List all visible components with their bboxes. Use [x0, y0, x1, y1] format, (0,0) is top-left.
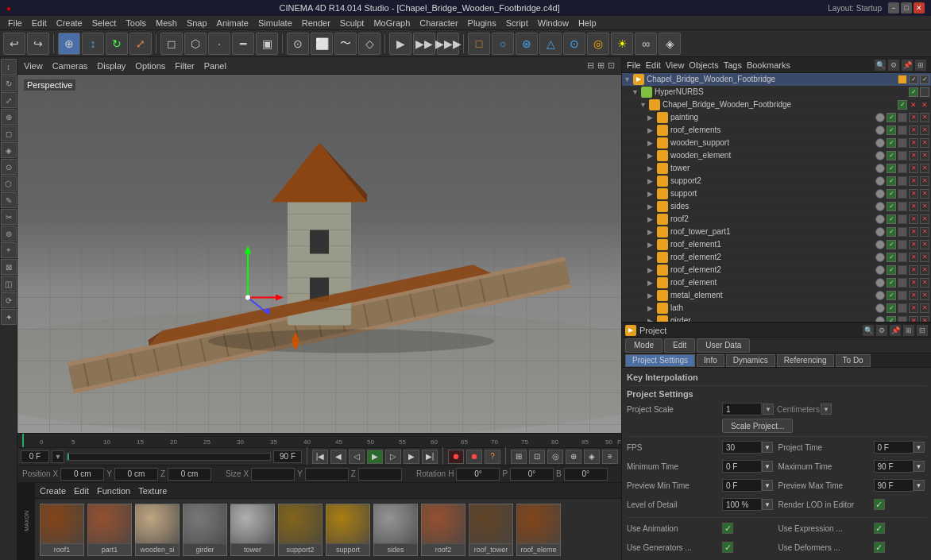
position-y[interactable]: 0 cm	[114, 468, 158, 481]
position-x[interactable]: 0 cm	[60, 468, 104, 481]
viewport-icon-2[interactable]: ⊞	[597, 60, 605, 71]
subtab-dynamics[interactable]: Dynamics	[726, 354, 775, 367]
expand-icon-2[interactable]: ▼	[632, 88, 641, 96]
use-expr-checkbox[interactable]: ✓	[874, 523, 885, 534]
om-menu-tags[interactable]: Tags	[724, 60, 742, 70]
obj-row-roof_element2[interactable]: ▶ roof_element2 ✓ ✕ ✕	[622, 264, 931, 276]
obj-cross-support2[interactable]: ✕	[909, 176, 918, 186]
menu-window[interactable]: Window	[533, 16, 574, 30]
deformer-tool[interactable]: ◈	[659, 33, 681, 55]
menu-mesh[interactable]: Mesh	[151, 16, 182, 30]
subtab-info[interactable]: Info	[697, 354, 724, 367]
obj-row-sides[interactable]: ▶ sides ✓ ✕ ✕	[622, 200, 931, 213]
mintime-stepper[interactable]: ▼	[762, 461, 773, 472]
obj-vis-root[interactable]: ✓	[909, 75, 918, 84]
menu-tools[interactable]: Tools	[121, 16, 151, 30]
position-z[interactable]: 0 cm	[168, 468, 211, 481]
light-tool[interactable]: ☀	[611, 33, 633, 55]
om-menu-file[interactable]: File	[627, 60, 641, 70]
obj-row-hypernurbs[interactable]: ▼ HyperNURBS ✓	[622, 86, 931, 98]
close-button[interactable]: ✕	[914, 2, 925, 14]
obj-cross-wooden_element[interactable]: ✕	[909, 151, 918, 160]
step-back2-button[interactable]: ◁	[349, 450, 365, 464]
timeline-scrubber[interactable]	[67, 453, 271, 461]
left-tool-16[interactable]: ✦	[1, 309, 17, 325]
obj-cross2-roof_element1[interactable]: ✕	[920, 240, 929, 249]
obj-vis-roof_elements[interactable]: ✓	[887, 126, 896, 135]
torus-tool[interactable]: ⊙	[563, 33, 585, 55]
project-scale-down[interactable]: ▼	[763, 404, 774, 415]
goto-end-button[interactable]: ▶|	[422, 450, 438, 464]
maximize-button[interactable]: □	[901, 2, 912, 14]
left-tool-7[interactable]: ⊙	[1, 159, 17, 175]
viewport-menu-display[interactable]: Display	[97, 61, 126, 71]
expand-icon-8[interactable]: ▶	[647, 164, 657, 172]
mat-swatch-support2[interactable]: support2	[278, 504, 323, 556]
obj-row-support2[interactable]: ▶ support2 ✓ ✕ ✕	[622, 175, 931, 187]
om-menu-bookmarks[interactable]: Bookmarks	[747, 60, 790, 70]
timeline-ruler[interactable]: 0 5 10 15 20 25 30 35 40 45 50 55 60 65 …	[17, 433, 621, 447]
obj-cross-roof_element2[interactable]: ✕	[909, 253, 918, 262]
obj-cross-roof_element1[interactable]: ✕	[909, 240, 918, 249]
maxtime-stepper[interactable]: ▼	[914, 461, 925, 472]
obj-cross2-support[interactable]: ✕	[920, 189, 929, 199]
om-menu-edit[interactable]: Edit	[646, 60, 661, 70]
menu-simulate[interactable]: Simulate	[253, 16, 297, 30]
obj-row-roof_element2[interactable]: ▶ roof_element2 ✓ ✕ ✕	[622, 251, 931, 264]
obj-row-wooden_element[interactable]: ▶ wooden_element ✓ ✕ ✕	[622, 149, 931, 162]
obj-vis-roof2[interactable]: ✓	[887, 214, 896, 224]
om-menu-objects[interactable]: Objects	[689, 60, 718, 70]
mat-swatch-sides[interactable]: sides	[373, 504, 418, 556]
model-mode[interactable]: ◻	[160, 33, 183, 55]
expand-icon-17[interactable]: ▶	[647, 279, 657, 287]
rect-select[interactable]: ⬜	[311, 33, 333, 55]
expand-icon-12[interactable]: ▶	[647, 215, 657, 223]
obj-row-roof_tower_part1[interactable]: ▶ roof_tower_part1 ✓ ✕ ✕	[622, 226, 931, 238]
obj-vis-chapel[interactable]: ✓	[898, 100, 907, 110]
render-lod-checkbox[interactable]: ✓	[874, 499, 885, 510]
obj-cross2-painting[interactable]: ✕	[920, 113, 929, 122]
prevmaxtime-stepper[interactable]: ▼	[914, 480, 925, 491]
mat-menu-function[interactable]: Function	[97, 486, 130, 496]
obj-cross-roof_elements[interactable]: ✕	[909, 126, 918, 135]
pb-extra-4[interactable]: ⊕	[566, 450, 581, 464]
obj-row-girder[interactable]: ▶ girder ✓ ✕ ✕	[622, 315, 931, 322]
viewport-canvas[interactable]: Perspective	[17, 75, 621, 433]
obj-vis-roof_element[interactable]: ✓	[887, 278, 896, 288]
obj-vis-tower[interactable]: ✓	[887, 164, 896, 173]
record-clear[interactable]: ?	[485, 450, 500, 464]
obj-cross-roof_tower_part1[interactable]: ✕	[909, 227, 918, 237]
obj-row-lath[interactable]: ▶ lath ✓ ✕ ✕	[622, 302, 931, 315]
record-auto[interactable]: ⏺	[448, 450, 464, 464]
menu-snap[interactable]: Snap	[182, 16, 212, 30]
size-x[interactable]	[251, 468, 295, 481]
mat-menu-edit[interactable]: Edit	[74, 486, 89, 496]
obj-vis-nurbs[interactable]: ✓	[909, 87, 918, 97]
use-def-checkbox[interactable]: ✓	[874, 542, 885, 553]
undo-button[interactable]: ↩	[3, 33, 25, 55]
prevmintime-stepper[interactable]: ▼	[762, 480, 773, 491]
subtab-todo[interactable]: To Do	[836, 354, 871, 367]
prevmaxtime-input[interactable]	[874, 479, 914, 492]
obj-vis-roof_element1[interactable]: ✓	[887, 240, 896, 249]
point-mode[interactable]: ·	[208, 33, 230, 55]
pb-extra-3[interactable]: ◎	[547, 450, 563, 464]
menu-character[interactable]: Character	[415, 16, 462, 30]
mat-swatch-wooden_si[interactable]: wooden_si	[135, 504, 180, 556]
menu-select[interactable]: Select	[87, 16, 122, 30]
projtime-input[interactable]	[874, 441, 914, 454]
obj-cross-chapel2[interactable]: ✕	[920, 100, 929, 110]
left-tool-13[interactable]: ⊠	[1, 259, 17, 275]
obj-cross-roof_element[interactable]: ✕	[909, 278, 918, 288]
projtime-stepper[interactable]: ▼	[914, 442, 925, 453]
rotate-tool[interactable]: ↻	[106, 33, 128, 55]
viewport-icon-3[interactable]: ⊡	[608, 60, 615, 71]
unit-dropdown-btn[interactable]: ▼	[821, 404, 832, 415]
mintime-input[interactable]	[722, 460, 762, 473]
spline-tool[interactable]: ∞	[635, 33, 657, 55]
expand-icon-18[interactable]: ▶	[647, 292, 657, 299]
menu-script[interactable]: Script	[501, 16, 533, 30]
obj-cross-support[interactable]: ✕	[909, 189, 918, 199]
obj-row-support[interactable]: ▶ support ✓ ✕ ✕	[622, 187, 931, 200]
obj-cross2-girder[interactable]: ✕	[920, 316, 929, 322]
